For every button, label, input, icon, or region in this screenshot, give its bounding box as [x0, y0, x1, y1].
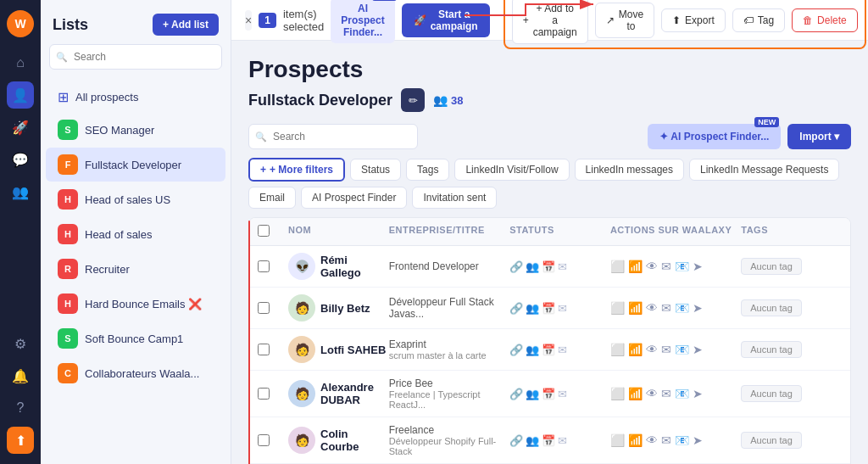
action-icon-1-4[interactable]: ✉ — [661, 260, 671, 273]
action-icon-2-4[interactable]: ✉ — [661, 301, 671, 315]
add-to-campaign-button[interactable]: + + Add to a campaign — [512, 0, 588, 44]
table-row: 👽 Rémi Gallego Frontend Developer 🔗 👥 📅 … — [249, 246, 850, 288]
select-all-checkbox[interactable] — [258, 225, 270, 237]
filter-tab-status[interactable]: Status — [350, 159, 401, 181]
expand-nav-icon[interactable]: ⬆ — [7, 427, 34, 454]
import-button[interactable]: Import ▾ — [787, 124, 851, 149]
list-item-recruiter[interactable]: R Recruiter — [46, 252, 225, 286]
topbar-campaign-button[interactable]: 🚀 Start a campaign — [402, 3, 490, 37]
table-row: 🧑 Lotfi SAHEB Exaprint scrum master à la… — [249, 329, 850, 371]
action-icon-1-1[interactable]: ⬜ — [610, 260, 625, 273]
list-item-recruiter-icon: R — [58, 259, 78, 279]
link-icon-2[interactable]: 🔗 — [509, 302, 523, 315]
action-icons-1: ⬜ 📶 👁 ✉ 📧 ➤ — [610, 260, 741, 273]
add-list-button[interactable]: + Add list — [153, 14, 219, 36]
row-checkbox-2[interactable] — [258, 302, 270, 314]
calendar-icon-2[interactable]: 📅 — [542, 302, 555, 315]
action-icons-4: ⬜ 📶 👁 ✉ 📧 ➤ — [610, 387, 741, 400]
filter-tab-linkedin-visit[interactable]: LinkedIn Visit/Follow — [454, 159, 569, 181]
list-item-soft-bounce[interactable]: S Soft Bounce Camp1 — [46, 321, 225, 355]
filters-search-input[interactable] — [248, 124, 418, 149]
table-row: 🧑 Alexandre DUBAR Price Bee Freelance | … — [249, 371, 850, 417]
tag-3: Aucun tag — [741, 341, 802, 358]
selected-label: item(s) selected — [283, 8, 324, 33]
topbar-ai-new-badge: NEW — [372, 0, 397, 1]
row-checkbox-4[interactable] — [258, 388, 270, 400]
filter-tab-ai-prospect[interactable]: AI Prospect Finder — [301, 187, 407, 209]
person-name-2: Billy Betz — [320, 302, 370, 315]
group-icon-1[interactable]: 👥 — [526, 260, 539, 273]
list-item-hard-bounce[interactable]: H Hard Bounce Emails ❌ — [46, 287, 225, 321]
status-icons-2: 🔗 👥 📅 ✉ — [509, 302, 610, 315]
action-icon-2-5[interactable]: 📧 — [675, 301, 689, 315]
list-item-collaborateurs-icon: C — [58, 363, 78, 383]
filter-tab-invitation[interactable]: Invitation sent — [412, 187, 497, 209]
table-row: 🧑 Colin Courbe Freelance Développeur Sho… — [249, 417, 850, 464]
row-checkbox-3[interactable] — [258, 344, 270, 355]
bell-nav-icon[interactable]: 🔔 — [7, 362, 34, 389]
users-nav-icon[interactable]: 👤 — [7, 81, 34, 109]
action-icon-1-3[interactable]: 👁 — [646, 260, 658, 273]
list-item-head-sales-icon: H — [58, 224, 78, 244]
list-item-fullstack-icon: F — [58, 154, 78, 175]
delete-button[interactable]: 🗑 Delete — [792, 8, 858, 32]
row-checkbox-1[interactable] — [258, 260, 270, 272]
action-icon-1-6[interactable]: ➤ — [693, 260, 703, 273]
status-icons-5: 🔗 👥 📅 ✉ — [509, 434, 610, 447]
move-to-icon: ↗ — [606, 14, 615, 26]
close-selection-button[interactable]: × — [245, 10, 252, 31]
ai-finder-button[interactable]: ✦ AI Prospect Finder... NEW — [648, 124, 781, 149]
export-button[interactable]: ⬆ Export — [661, 8, 726, 32]
filters-toolbar: ✦ AI Prospect Finder... NEW Import ▾ — [248, 124, 851, 149]
message-nav-icon[interactable]: 💬 — [7, 146, 34, 173]
filter-tab-tags[interactable]: Tags — [406, 159, 449, 181]
more-filters-button[interactable]: + + More filters — [248, 158, 345, 182]
group-icon-2[interactable]: 👥 — [526, 302, 539, 315]
tag-5: Aucun tag — [741, 432, 802, 449]
ai-finder-new-badge: NEW — [754, 117, 779, 127]
calendar-icon-1[interactable]: 📅 — [542, 260, 555, 273]
action-icons-3: ⬜ 📶 👁 ✉ 📧 ➤ — [610, 343, 741, 356]
lists-search-input[interactable] — [49, 44, 222, 70]
action-icon-1-2[interactable]: 📶 — [628, 260, 643, 273]
rocket-nav-icon[interactable]: 🚀 — [7, 114, 34, 141]
home-nav-icon[interactable]: ⌂ — [7, 49, 34, 76]
list-item-head-sales[interactable]: H Head of sales — [46, 217, 225, 251]
list-item-seo-label: SEO Manager — [85, 124, 154, 137]
export-label: Export — [685, 14, 715, 26]
title-2: Développeur Full Stack Javas... — [389, 296, 509, 320]
right-buttons: ✦ AI Prospect Finder... NEW Import ▾ — [648, 124, 851, 149]
action-icon-2-2[interactable]: 📶 — [628, 301, 643, 315]
list-item-head-sales-us[interactable]: H Head of sales US — [46, 182, 225, 216]
tag-button[interactable]: 🏷 Tag — [732, 8, 785, 32]
list-item-collaborateurs[interactable]: C Collaborateurs Waala... — [46, 356, 225, 390]
avatar-4: 🧑 — [288, 380, 315, 407]
list-item-fullstack[interactable]: F Fullstack Developer — [46, 148, 225, 182]
help-nav-icon[interactable]: ? — [7, 394, 34, 422]
topbar: × 1 item(s) selected AI Prospect Finder.… — [231, 0, 868, 41]
settings-nav-icon[interactable]: ⚙ — [7, 330, 34, 357]
members-count: 38 — [451, 94, 463, 107]
move-to-button[interactable]: ↗ Move to — [595, 3, 654, 38]
email-icon-1[interactable]: ✉ — [558, 260, 567, 273]
people-nav-icon[interactable]: 👥 — [7, 178, 34, 205]
filter-tab-linkedin-requests[interactable]: LinkedIn Message Requests — [689, 159, 839, 181]
edit-list-button[interactable]: ✏ — [401, 88, 425, 112]
row-checkbox-5[interactable] — [258, 434, 270, 446]
list-item-recruiter-label: Recruiter — [85, 263, 130, 276]
action-icon-1-5[interactable]: 📧 — [675, 260, 689, 273]
action-icon-2-1[interactable]: ⬜ — [610, 301, 625, 315]
th-entreprise: ENTREPRISE/TITRE — [389, 225, 509, 238]
filter-tab-linkedin-messages[interactable]: LinkedIn messages — [575, 159, 684, 181]
topbar-ai-finder-button[interactable]: AI Prospect Finder... NEW — [331, 0, 394, 43]
list-item-head-sales-label: Head of sales — [85, 228, 153, 241]
filter-tab-email[interactable]: Email — [248, 187, 296, 209]
link-icon-1[interactable]: 🔗 — [509, 260, 523, 273]
action-icon-2-3[interactable]: 👁 — [646, 301, 658, 315]
action-icon-2-6[interactable]: ➤ — [693, 301, 703, 315]
list-item-seo[interactable]: S SEO Manager — [46, 113, 225, 147]
all-prospects-item[interactable]: ⊞ All prospects — [46, 82, 225, 112]
tag-1: Aucun tag — [741, 258, 802, 275]
title-1: Frontend Developer — [389, 260, 479, 272]
email-icon-2[interactable]: ✉ — [558, 302, 567, 315]
